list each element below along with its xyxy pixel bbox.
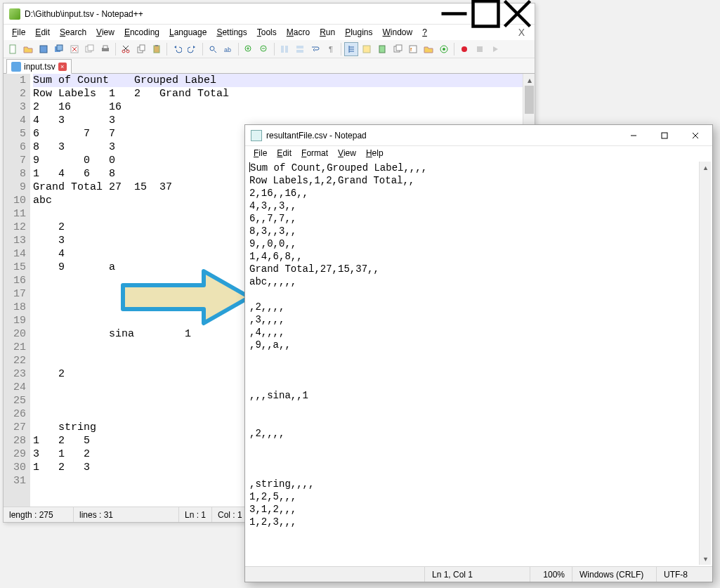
svg-rect-21 — [154, 46, 159, 53]
maximize-button[interactable] — [470, 4, 502, 24]
folder-icon[interactable] — [421, 42, 436, 56]
text-line[interactable] — [249, 364, 699, 377]
maximize-button[interactable] — [649, 126, 680, 145]
monitor-icon[interactable] — [437, 42, 451, 56]
menu-edit[interactable]: Edit — [273, 148, 296, 159]
zoom-in-icon[interactable] — [242, 42, 256, 56]
record-macro-icon[interactable] — [457, 42, 471, 56]
text-line[interactable]: 9,,0,0,, — [249, 237, 699, 250]
doc-map-icon[interactable] — [375, 42, 389, 56]
tab-close-icon[interactable]: × — [58, 63, 67, 71]
scroll-up-icon[interactable]: ▴ — [523, 74, 535, 86]
save-icon[interactable] — [37, 42, 51, 56]
paste-icon[interactable] — [150, 42, 164, 56]
text-line[interactable]: ,string,,,, — [249, 478, 699, 490]
text-line[interactable]: ,3,,,, — [249, 313, 699, 326]
npp-titlebar[interactable]: D:\Github\input.tsv - Notepad++ — [4, 4, 535, 25]
doc-list-icon[interactable] — [391, 42, 405, 56]
code-line[interactable]: Sum of Count Grouped Label — [33, 74, 523, 87]
text-line[interactable]: abc,,,,, — [249, 275, 699, 288]
text-line[interactable]: 1,2,3,,, — [249, 516, 699, 528]
text-line[interactable] — [249, 377, 699, 389]
menu-view[interactable]: View — [92, 26, 119, 39]
menu-file[interactable]: File — [249, 148, 271, 159]
text-line[interactable] — [249, 452, 699, 465]
menu-search[interactable]: Search — [55, 26, 91, 39]
text-line[interactable]: 6,,7,7,, — [249, 212, 699, 225]
indent-guide-icon[interactable] — [344, 42, 358, 56]
open-file-icon[interactable] — [21, 42, 35, 56]
show-all-chars-icon[interactable]: ¶ — [324, 42, 338, 56]
minimize-button[interactable] — [618, 126, 649, 145]
text-line[interactable] — [249, 465, 699, 478]
scroll-thumb[interactable] — [525, 86, 534, 114]
np-editor[interactable]: Sum of Count,Grouped Label,,,,Row Labels… — [245, 160, 712, 566]
text-line[interactable]: ,2,,,, — [249, 301, 699, 313]
menu-macro[interactable]: Macro — [282, 26, 314, 39]
menu-file[interactable]: File — [8, 26, 30, 39]
text-line[interactable] — [249, 414, 699, 427]
cut-icon[interactable] — [119, 42, 133, 56]
close-file-icon[interactable] — [67, 42, 81, 56]
redo-icon[interactable] — [185, 42, 199, 56]
play-macro-icon[interactable] — [488, 42, 502, 56]
text-line[interactable]: ,2,,,, — [249, 427, 699, 440]
save-all-icon[interactable] — [52, 42, 66, 56]
np-text-area[interactable]: Sum of Count,Grouped Label,,,,Row Labels… — [247, 162, 699, 565]
close-all-icon[interactable] — [83, 42, 97, 56]
scroll-down-icon[interactable]: ▾ — [700, 553, 712, 565]
menu-window[interactable]: Window — [379, 26, 417, 39]
text-line[interactable]: 1,4,6,8,, — [249, 250, 699, 263]
text-line[interactable]: 2,16,,16,, — [249, 187, 699, 200]
menu-language[interactable]: Language — [165, 26, 211, 39]
menu-run[interactable]: Run — [315, 26, 339, 39]
stop-macro-icon[interactable] — [473, 42, 487, 56]
notepad-window: resultantFile.csv - Notepad FileEditForm… — [244, 124, 713, 582]
undo-icon[interactable] — [170, 42, 184, 56]
close-button[interactable] — [502, 4, 533, 24]
text-line[interactable] — [249, 402, 699, 414]
text-line[interactable]: 3,1,2,,, — [249, 503, 699, 516]
np-titlebar[interactable]: resultantFile.csv - Notepad — [245, 125, 712, 146]
wrap-icon[interactable] — [308, 42, 322, 56]
print-icon[interactable] — [98, 42, 112, 56]
text-line[interactable]: ,,,sina,,1 — [249, 389, 699, 402]
tab-input-tsv[interactable]: input.tsv × — [6, 59, 72, 74]
code-line[interactable]: 2 16 16 — [33, 100, 523, 114]
zoom-out-icon[interactable] — [257, 42, 271, 56]
npp-menubar-x[interactable]: X — [513, 27, 530, 38]
text-line[interactable]: Sum of Count,Grouped Label,,,, — [249, 162, 699, 174]
code-line[interactable]: Row Labels 1 2 Grand Total — [33, 87, 523, 100]
func-list-icon[interactable]: f — [406, 42, 420, 56]
sync-h-icon[interactable] — [293, 42, 307, 56]
text-line[interactable]: ,9,,a,, — [249, 339, 699, 351]
close-button[interactable] — [680, 126, 711, 145]
text-line[interactable] — [249, 351, 699, 364]
text-line[interactable] — [249, 288, 699, 301]
replace-icon[interactable]: ab — [221, 42, 235, 56]
menu-help[interactable]: ? — [418, 26, 431, 39]
text-line[interactable]: ,4,,,, — [249, 326, 699, 339]
text-line[interactable]: 4,3,,3,, — [249, 200, 699, 212]
minimize-button[interactable] — [438, 4, 470, 24]
copy-icon[interactable] — [134, 42, 148, 56]
menu-plugins[interactable]: Plugins — [341, 26, 377, 39]
menu-encoding[interactable]: Encoding — [120, 26, 164, 39]
menu-settings[interactable]: Settings — [212, 26, 251, 39]
text-line[interactable]: Grand Total,27,15,37,, — [249, 263, 699, 275]
sync-v-icon[interactable] — [277, 42, 292, 56]
find-icon[interactable] — [206, 42, 220, 56]
menu-format[interactable]: Format — [297, 148, 332, 159]
menu-edit[interactable]: Edit — [31, 26, 54, 39]
text-line[interactable]: Row Labels,1,2,Grand Total,, — [249, 174, 699, 187]
menu-view[interactable]: View — [334, 148, 360, 159]
menu-tools[interactable]: Tools — [253, 26, 281, 39]
lang-icon[interactable] — [360, 42, 374, 56]
scroll-up-icon[interactable]: ▴ — [700, 162, 712, 174]
np-scrollbar[interactable]: ▴ ▾ — [699, 162, 711, 565]
text-line[interactable]: 1,2,5,,, — [249, 490, 699, 503]
menu-help[interactable]: Help — [362, 148, 388, 159]
text-line[interactable]: 8,3,,3,, — [249, 225, 699, 237]
new-file-icon[interactable] — [6, 42, 20, 56]
text-line[interactable] — [249, 440, 699, 452]
